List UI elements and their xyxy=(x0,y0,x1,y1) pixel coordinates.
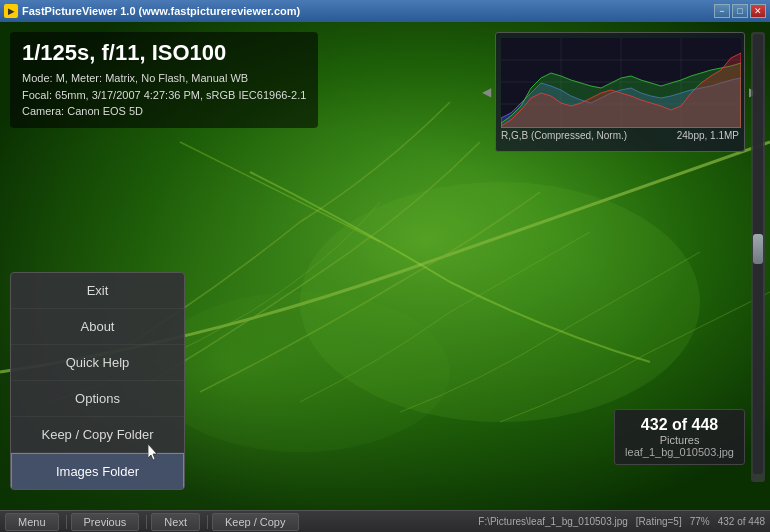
menu-item-exit[interactable]: Exit xyxy=(11,273,184,309)
dropdown-menu: Exit About Quick Help Options Keep / Cop… xyxy=(10,272,185,490)
image-type: Pictures xyxy=(625,434,734,446)
status-bar-right: F:\Pictures\leaf_1_bg_010503.jpg [Rating… xyxy=(478,516,765,527)
histogram-overlay: ◀ xyxy=(495,32,745,152)
next-button[interactable]: Next xyxy=(151,513,200,531)
histogram-left-arrow[interactable]: ◀ xyxy=(482,85,491,99)
status-rating: [Rating=5] xyxy=(636,516,682,527)
menu-item-images-folder[interactable]: Images Folder xyxy=(11,453,184,489)
toolbar-separator-1 xyxy=(66,515,67,529)
histogram-label-left: R,G,B (Compressed, Norm.) xyxy=(501,130,627,141)
titlebar: ▶ FastPictureViewer 1.0 (www.fastpicture… xyxy=(0,0,770,22)
menu-item-about[interactable]: About xyxy=(11,309,184,345)
scrollbar-thumb[interactable] xyxy=(753,234,763,264)
maximize-button[interactable]: □ xyxy=(732,4,748,18)
photo-details: Mode: M, Meter: Matrix, No Flash, Manual… xyxy=(22,70,306,120)
menu-item-quick-help[interactable]: Quick Help xyxy=(11,345,184,381)
titlebar-controls: − □ ✕ xyxy=(714,4,766,18)
right-scrollbar[interactable] xyxy=(751,32,765,482)
menu-item-keep-copy-folder[interactable]: Keep / Copy Folder xyxy=(11,417,184,453)
histogram-canvas xyxy=(501,38,741,128)
toolbar-separator-2 xyxy=(146,515,147,529)
status-count: 432 of 448 xyxy=(718,516,765,527)
scrollbar-track xyxy=(753,34,763,474)
svg-point-2 xyxy=(300,182,700,422)
app-icon: ▶ xyxy=(4,4,18,18)
histogram-label-right: 24bpp, 1.1MP xyxy=(677,130,739,141)
menu-item-options[interactable]: Options xyxy=(11,381,184,417)
status-zoom: 77% xyxy=(690,516,710,527)
bottom-toolbar: Menu Previous Next Keep / Copy F:\Pictur… xyxy=(0,510,770,532)
window-title: FastPictureViewer 1.0 (www.fastpicturere… xyxy=(22,5,300,17)
info-line3: Camera: Canon EOS 5D xyxy=(22,103,306,120)
image-filename: leaf_1_bg_010503.jpg xyxy=(625,446,734,458)
histogram-label: R,G,B (Compressed, Norm.) 24bpp, 1.1MP xyxy=(501,130,739,141)
svg-point-3 xyxy=(150,292,450,452)
image-count: 432 of 448 xyxy=(625,416,734,434)
previous-button[interactable]: Previous xyxy=(71,513,140,531)
close-button[interactable]: ✕ xyxy=(750,4,766,18)
minimize-button[interactable]: − xyxy=(714,4,730,18)
exposure-info: 1/125s, f/11, ISO100 xyxy=(22,40,306,66)
image-info-overlay: 432 of 448 Pictures leaf_1_bg_010503.jpg xyxy=(614,409,745,465)
main-area: 1/125s, f/11, ISO100 Mode: M, Meter: Mat… xyxy=(0,22,770,510)
titlebar-left: ▶ FastPictureViewer 1.0 (www.fastpicture… xyxy=(4,4,300,18)
histogram-svg xyxy=(501,38,741,128)
toolbar-separator-3 xyxy=(207,515,208,529)
photo-info-overlay: 1/125s, f/11, ISO100 Mode: M, Meter: Mat… xyxy=(10,32,318,128)
info-line2: Focal: 65mm, 3/17/2007 4:27:36 PM, sRGB … xyxy=(22,87,306,104)
info-line1: Mode: M, Meter: Matrix, No Flash, Manual… xyxy=(22,70,306,87)
status-path: F:\Pictures\leaf_1_bg_010503.jpg xyxy=(478,516,628,527)
menu-button[interactable]: Menu xyxy=(5,513,59,531)
keep-copy-button[interactable]: Keep / Copy xyxy=(212,513,299,531)
